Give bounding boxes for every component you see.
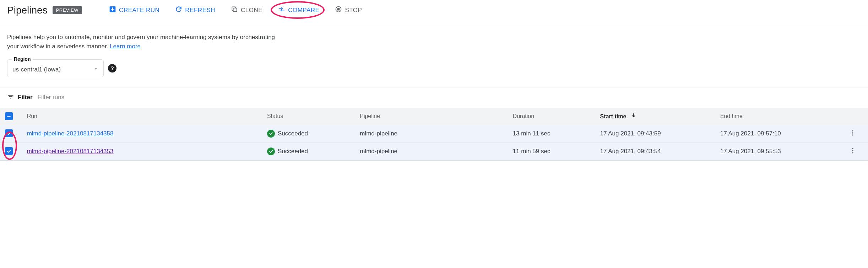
column-pipeline[interactable]: Pipeline — [357, 108, 510, 125]
clone-button[interactable]: CLONE — [224, 3, 269, 17]
success-icon — [267, 130, 275, 138]
duration-cell: 11 min 59 sec — [510, 143, 597, 160]
learn-more-link[interactable]: Learn more — [110, 43, 141, 50]
column-start-time[interactable]: Start time — [597, 108, 717, 125]
row-checkbox[interactable] — [5, 129, 13, 137]
create-run-label: CREATE RUN — [119, 7, 159, 14]
clone-label: CLONE — [241, 7, 262, 14]
pipeline-cell: mlmd-pipeline — [357, 125, 510, 143]
select-all-checkbox[interactable] — [5, 112, 13, 120]
preview-badge: PREVIEW — [53, 6, 82, 14]
arrow-down-icon — [631, 113, 636, 119]
header-bar: Pipelines PREVIEW CREATE RUN REFRESH CLO… — [0, 0, 868, 24]
compare-label: COMPARE — [288, 7, 319, 14]
description-body: Pipelines help you to automate, monitor … — [7, 34, 275, 50]
svg-point-6 — [852, 132, 853, 133]
compare-button[interactable]: COMPARE — [272, 3, 326, 17]
refresh-button[interactable]: REFRESH — [169, 3, 222, 17]
svg-rect-1 — [233, 8, 237, 12]
status-text: Succeeded — [278, 130, 308, 137]
plus-icon — [109, 6, 116, 15]
more-actions-button[interactable] — [849, 147, 856, 154]
chevron-down-icon — [93, 66, 98, 73]
compare-icon — [278, 6, 285, 15]
help-icon[interactable]: ? — [108, 64, 116, 73]
clone-icon — [231, 6, 238, 15]
region-select[interactable]: Region us-central1 (Iowa) — [7, 59, 104, 77]
svg-point-10 — [852, 152, 853, 153]
refresh-label: REFRESH — [185, 7, 215, 14]
description-text: Pipelines help you to automate, monitor … — [7, 33, 277, 52]
stop-label: STOP — [345, 7, 362, 14]
stop-icon — [335, 6, 342, 15]
column-run[interactable]: Run — [24, 108, 264, 125]
create-run-button[interactable]: CREATE RUN — [103, 3, 166, 17]
region-value: us-central1 (Iowa) — [12, 66, 61, 73]
column-end-time[interactable]: End time — [717, 108, 837, 125]
pipeline-cell: mlmd-pipeline — [357, 143, 510, 160]
svg-point-7 — [852, 134, 853, 135]
svg-point-5 — [852, 130, 853, 131]
row-checkbox[interactable] — [5, 147, 13, 155]
start-time-cell: 17 Aug 2021, 09:43:54 — [597, 143, 717, 160]
column-duration[interactable]: Duration — [510, 108, 597, 125]
table-row: mlmd-pipeline-20210817134353 Succeeded m… — [0, 143, 868, 160]
end-time-cell: 17 Aug 2021, 09:57:10 — [717, 125, 837, 143]
run-link[interactable]: mlmd-pipeline-20210817134353 — [27, 148, 114, 155]
column-start-label: Start time — [600, 113, 626, 119]
filter-label: Filter — [7, 93, 33, 102]
table-row: mlmd-pipeline-20210817134358 Succeeded m… — [0, 125, 868, 143]
filter-icon — [7, 93, 14, 102]
status-text: Succeeded — [278, 148, 308, 155]
region-label: Region — [12, 56, 33, 62]
success-icon — [267, 148, 275, 155]
column-status[interactable]: Status — [264, 108, 357, 125]
run-link[interactable]: mlmd-pipeline-20210817134358 — [27, 130, 114, 137]
refresh-icon — [175, 6, 182, 15]
page-title: Pipelines — [7, 5, 48, 16]
start-time-cell: 17 Aug 2021, 09:43:59 — [597, 125, 717, 143]
svg-rect-3 — [338, 9, 340, 10]
duration-cell: 13 min 11 sec — [510, 125, 597, 143]
more-actions-button[interactable] — [849, 129, 856, 136]
end-time-cell: 17 Aug 2021, 09:55:53 — [717, 143, 837, 160]
runs-table: Run Status Pipeline Duration Start time … — [0, 108, 868, 161]
svg-point-9 — [852, 150, 853, 151]
filter-text: Filter — [18, 94, 33, 101]
filter-bar: Filter — [0, 87, 868, 108]
svg-rect-4 — [7, 116, 10, 117]
filter-input[interactable] — [38, 94, 861, 101]
stop-button[interactable]: STOP — [329, 3, 368, 17]
svg-point-8 — [852, 148, 853, 149]
